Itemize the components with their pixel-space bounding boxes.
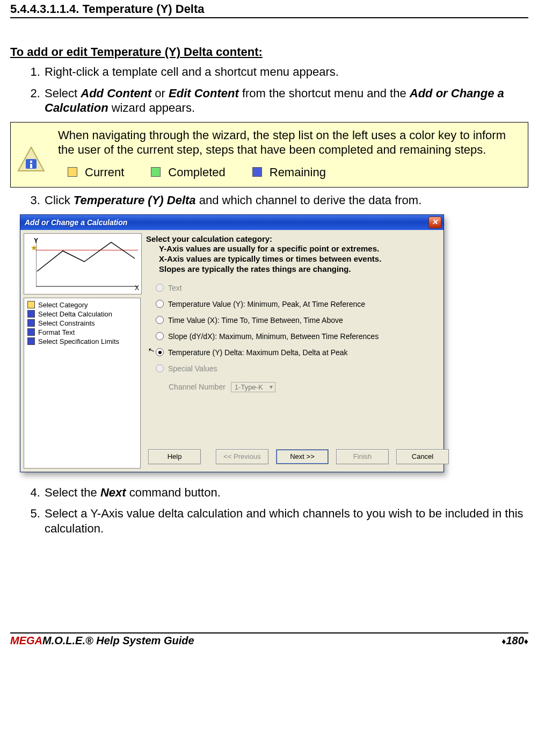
radio-label: Temperature Value (Y): Minimum, Peak, At… xyxy=(168,300,365,308)
cursor-icon: ↖ xyxy=(147,344,156,355)
text: Select xyxy=(45,87,81,100)
svg-rect-3 xyxy=(30,164,32,168)
step-label: Select Delta Calculation xyxy=(38,310,112,318)
radio-icon xyxy=(156,316,164,324)
radio-icon xyxy=(156,284,164,292)
step-label: Select Specification Limits xyxy=(38,337,119,345)
channel-number-select: 1-Type-K xyxy=(231,382,275,392)
radio-option-time-x[interactable]: Time Value (X): Time To, Time Between, T… xyxy=(156,312,453,328)
instruction-step-1: Right-click a template cell and a shortc… xyxy=(43,64,528,80)
radio-icon xyxy=(156,348,164,356)
dialog-title: Add or Change a Calculation xyxy=(25,218,127,227)
page-num: 180 xyxy=(506,635,524,646)
radio-option-temp-y[interactable]: Temperature Value (Y): Minimum, Peak, At… xyxy=(156,296,453,312)
instruction-step-3: Click Temperature (Y) Delta and which ch… xyxy=(43,193,528,208)
step-chip-icon xyxy=(27,337,35,345)
step-label: Select Constraints xyxy=(38,319,95,327)
text: Click xyxy=(45,193,74,207)
text: Select the xyxy=(45,486,100,499)
instruction-list-cont-2: Select the Next command button. Select a… xyxy=(10,485,528,536)
svg-rect-2 xyxy=(30,161,32,163)
legend-chip-current xyxy=(68,167,77,177)
page-footer: MEGAM.O.L.E.® Help System Guide ♦180♦ xyxy=(10,632,528,647)
instruction-step-4: Select the Next command button. xyxy=(43,485,528,500)
wizard-step-item[interactable]: Select Specification Limits xyxy=(26,337,138,346)
finish-button: Finish xyxy=(336,449,389,464)
wizard-dialog: Add or Change a Calculation ✕ Y ★ xyxy=(20,214,444,472)
cat-line-1: Select your calculation category: xyxy=(146,234,272,243)
emphasis-temp-y-delta: Temperature (Y) Delta xyxy=(74,193,196,207)
next-button[interactable]: Next >> xyxy=(276,449,329,464)
legend-chip-completed xyxy=(151,167,161,177)
diamond-icon: ♦ xyxy=(524,637,528,646)
radio-icon xyxy=(156,332,164,340)
step-chip-icon xyxy=(27,310,35,318)
wizard-step-item[interactable]: Select Category xyxy=(26,300,138,309)
channel-number-label: Channel Number xyxy=(169,383,226,391)
instruction-list-cont: Click Temperature (Y) Delta and which ch… xyxy=(10,193,528,208)
text: or xyxy=(151,87,169,100)
footer-mega: MEGA xyxy=(10,635,42,646)
legend-label-current: Current xyxy=(85,165,124,180)
legend-label-completed: Completed xyxy=(168,165,225,180)
radio-icon xyxy=(156,364,164,372)
text: and which channel to derive the data fro… xyxy=(196,193,422,207)
radio-option-special: Special Values xyxy=(156,361,453,377)
text: from the shortcut menu and the xyxy=(239,87,410,100)
radio-option-slope[interactable]: Slope (dY/dX): Maximum, Minimum, Between… xyxy=(156,328,453,344)
color-legend: Current Completed Remaining xyxy=(58,165,520,180)
step-chip-icon xyxy=(27,301,35,308)
cat-line-3: X-Axis values are typically times or tim… xyxy=(146,254,451,264)
radio-label: Text xyxy=(168,284,182,292)
info-icon xyxy=(17,128,47,178)
step-label: Select Category xyxy=(38,301,88,309)
section-title: Temperature (Y) Delta xyxy=(83,2,205,16)
subsection-heading: To add or edit Temperature (Y) Delta con… xyxy=(10,45,528,59)
wizard-step-item[interactable]: Format Text xyxy=(26,328,138,337)
emphasis-edit-content: Edit Content xyxy=(169,87,239,100)
footer-guide-title: MEGAM.O.L.E.® Help System Guide xyxy=(10,635,194,647)
wizard-step-list: Select Category Select Delta Calculation… xyxy=(24,298,141,469)
text: command button. xyxy=(126,486,221,499)
close-button[interactable]: ✕ xyxy=(428,217,441,228)
step-label: Format Text xyxy=(38,328,75,336)
close-icon: ✕ xyxy=(432,218,438,226)
footer-rest: M.O.L.E.® Help System Guide xyxy=(42,635,194,646)
instruction-list: Right-click a template cell and a shortc… xyxy=(10,64,528,116)
section-heading: 5.4.4.3.1.1.4. Temperature (Y) Delta xyxy=(10,2,528,18)
dialog-titlebar[interactable]: Add or Change a Calculation ✕ xyxy=(20,215,444,230)
legend-label-remaining: Remaining xyxy=(270,165,326,180)
wizard-step-item[interactable]: Select Delta Calculation xyxy=(26,309,138,319)
emphasis-add-content: Add Content xyxy=(81,87,151,100)
radio-label: Temperature (Y) Delta: Maximum Delta, De… xyxy=(168,348,348,357)
radio-label: Slope (dY/dX): Maximum, Minimum, Between… xyxy=(168,332,379,341)
step-chip-icon xyxy=(27,328,35,336)
emphasis-next: Next xyxy=(100,486,126,499)
instruction-step-2: Select Add Content or Edit Content from … xyxy=(43,86,528,116)
category-description: Select your calculation category: Y-Axis… xyxy=(144,233,453,280)
wizard-step-item[interactable]: Select Constraints xyxy=(26,319,138,328)
radio-option-text: Text xyxy=(156,280,453,296)
channel-number-row: Channel Number 1-Type-K xyxy=(156,377,453,392)
info-text: When navigating through the wizard, the … xyxy=(58,128,520,157)
section-number: 5.4.4.3.1.1.4. xyxy=(10,2,79,16)
radio-icon xyxy=(156,300,164,308)
cancel-button[interactable]: Cancel xyxy=(396,449,449,464)
previous-button: << Previous xyxy=(216,449,268,464)
category-thumbnail: Y ★ X xyxy=(24,233,142,294)
category-options: Text Temperature Value (Y): Minimum, Pea… xyxy=(144,280,453,444)
radio-label: Special Values xyxy=(168,364,217,373)
help-button[interactable]: Help xyxy=(148,449,201,464)
cat-line-4: Slopes are typically the rates things ar… xyxy=(146,264,451,275)
info-callout: When navigating through the wizard, the … xyxy=(10,122,528,188)
axis-x-label: X xyxy=(135,284,139,292)
dialog-button-bar: Help << Previous Next >> Finish Cancel xyxy=(144,444,453,469)
step-chip-icon xyxy=(27,319,35,327)
instruction-step-5: Select a Y-Axis value delta calculation … xyxy=(43,506,528,536)
radio-option-temp-delta[interactable]: ↖ Temperature (Y) Delta: Maximum Delta, … xyxy=(156,344,453,361)
text: wizard appears. xyxy=(108,101,195,114)
cat-line-2: Y-Axis values are usually for a specific… xyxy=(146,244,451,254)
footer-page-number: ♦180♦ xyxy=(501,635,528,647)
legend-chip-remaining xyxy=(252,167,262,177)
radio-label: Time Value (X): Time To, Time Between, T… xyxy=(168,316,343,325)
